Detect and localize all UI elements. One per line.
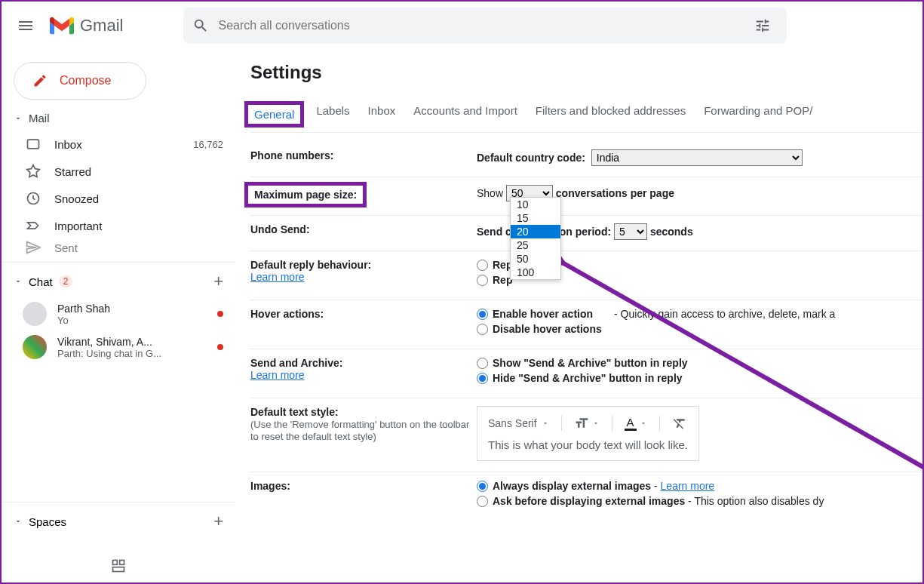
remove-formatting-button[interactable] bbox=[672, 416, 687, 431]
tab-inbox[interactable]: Inbox bbox=[368, 97, 396, 132]
setting-text-style: Default text style: (Use the 'Remove for… bbox=[250, 398, 922, 472]
caret-down-icon bbox=[640, 420, 647, 427]
settings-tabs: General Labels Inbox Accounts and Import… bbox=[250, 97, 922, 133]
text-color-select[interactable]: A bbox=[625, 416, 647, 431]
gmail-logo[interactable]: Gmail bbox=[50, 16, 123, 35]
font-size-select[interactable] bbox=[574, 416, 600, 431]
spaces-section-header[interactable]: Spaces + bbox=[2, 506, 235, 537]
show-send-archive-radio[interactable] bbox=[477, 358, 488, 369]
clear-format-icon bbox=[672, 416, 687, 431]
chat-item[interactable]: Parth Shah Yo bbox=[2, 297, 235, 330]
setting-send-archive: Send and Archive: Learn more Show "Send … bbox=[250, 349, 922, 398]
pencil-icon bbox=[32, 73, 48, 88]
avatar bbox=[23, 302, 47, 326]
learn-more-link[interactable]: Learn more bbox=[250, 271, 305, 283]
tab-forwarding[interactable]: Forwarding and POP/ bbox=[704, 97, 812, 132]
new-space-button[interactable]: + bbox=[213, 512, 223, 531]
sidebar: Compose Mail Inbox 16,762 Starred Snooze… bbox=[2, 50, 235, 582]
reply-radio[interactable] bbox=[477, 260, 488, 271]
tab-filters[interactable]: Filters and blocked addresses bbox=[536, 97, 686, 132]
chat-section-header[interactable]: Chat 2 + bbox=[2, 266, 235, 297]
page-size-dropdown[interactable]: 10 15 20 25 50 100 bbox=[510, 197, 561, 280]
caret-down-icon bbox=[14, 277, 23, 286]
page-title: Settings bbox=[250, 62, 922, 83]
svg-rect-0 bbox=[28, 140, 39, 149]
caret-down-icon bbox=[14, 114, 23, 123]
enable-hover-radio[interactable] bbox=[477, 309, 488, 320]
text-style-preview: This is what your body text will look li… bbox=[488, 438, 688, 451]
hamburger-icon bbox=[17, 17, 35, 35]
grid-icon[interactable] bbox=[111, 558, 126, 573]
new-chat-button[interactable]: + bbox=[213, 272, 223, 291]
country-code-select[interactable]: India bbox=[591, 149, 803, 166]
tab-accounts[interactable]: Accounts and Import bbox=[413, 97, 517, 132]
hide-send-archive-radio[interactable] bbox=[477, 373, 488, 384]
svg-rect-4 bbox=[113, 567, 124, 572]
tab-labels[interactable]: Labels bbox=[316, 97, 349, 132]
search-bar[interactable] bbox=[183, 8, 787, 44]
setting-hover-actions: Hover actions: Enable hover action- Quic… bbox=[250, 300, 922, 349]
unread-dot bbox=[217, 311, 223, 317]
compose-button[interactable]: Compose bbox=[14, 62, 146, 100]
gmail-icon bbox=[50, 17, 74, 35]
search-icon bbox=[192, 17, 209, 34]
caret-down-icon bbox=[14, 517, 23, 526]
caret-down-icon bbox=[542, 420, 549, 427]
setting-page-size: Maximum page size: Show 50 conversations… bbox=[250, 177, 922, 216]
compose-label: Compose bbox=[60, 74, 111, 88]
clock-icon bbox=[26, 191, 41, 206]
sidebar-item-starred[interactable]: Starred bbox=[2, 158, 235, 185]
footer-icons bbox=[2, 558, 235, 573]
setting-default-reply: Default reply behaviour: Learn more Rep … bbox=[250, 251, 922, 300]
setting-images: Images: Always display external images -… bbox=[250, 472, 922, 521]
sidebar-item-snoozed[interactable]: Snoozed bbox=[2, 185, 235, 212]
reply-all-radio[interactable] bbox=[477, 275, 488, 286]
setting-phone-numbers: Phone numbers: Default country code: Ind… bbox=[250, 142, 922, 177]
sidebar-item-important[interactable]: Important bbox=[2, 212, 235, 239]
unread-dot bbox=[217, 344, 223, 350]
caret-down-icon bbox=[592, 420, 600, 427]
main-menu-button[interactable] bbox=[8, 8, 44, 44]
ask-images-radio[interactable] bbox=[477, 496, 488, 507]
always-display-images-radio[interactable] bbox=[477, 481, 488, 492]
disable-hover-radio[interactable] bbox=[477, 324, 488, 335]
svg-rect-3 bbox=[120, 561, 124, 565]
sidebar-item-inbox[interactable]: Inbox 16,762 bbox=[2, 131, 235, 158]
avatar bbox=[23, 335, 47, 359]
tune-icon bbox=[754, 17, 771, 34]
search-options-button[interactable] bbox=[747, 11, 778, 41]
gmail-label: Gmail bbox=[80, 16, 123, 35]
learn-more-link[interactable]: Learn more bbox=[661, 480, 715, 492]
text-size-icon bbox=[574, 416, 589, 431]
search-input[interactable] bbox=[218, 19, 747, 32]
header-bar: Gmail bbox=[2, 2, 922, 50]
setting-undo-send: Undo Send: Send c on period: 5 seconds bbox=[250, 216, 922, 251]
font-family-select[interactable]: Sans Serif bbox=[488, 417, 549, 429]
chat-unread-badge: 2 bbox=[59, 275, 73, 287]
sent-icon bbox=[26, 240, 41, 255]
tab-general[interactable]: General bbox=[250, 97, 298, 132]
sidebar-item-sent[interactable]: Sent bbox=[2, 239, 235, 256]
undo-seconds-select[interactable]: 5 bbox=[614, 223, 647, 240]
svg-rect-2 bbox=[113, 561, 118, 565]
mail-section-header[interactable]: Mail bbox=[2, 106, 235, 131]
chat-item[interactable]: Vikrant, Shivam, A... Parth: Using chat … bbox=[2, 330, 235, 364]
main-content: Settings General Labels Inbox Accounts a… bbox=[235, 50, 922, 521]
star-icon bbox=[26, 164, 41, 179]
learn-more-link[interactable]: Learn more bbox=[250, 369, 305, 381]
important-icon bbox=[26, 218, 41, 233]
inbox-icon bbox=[26, 137, 41, 152]
